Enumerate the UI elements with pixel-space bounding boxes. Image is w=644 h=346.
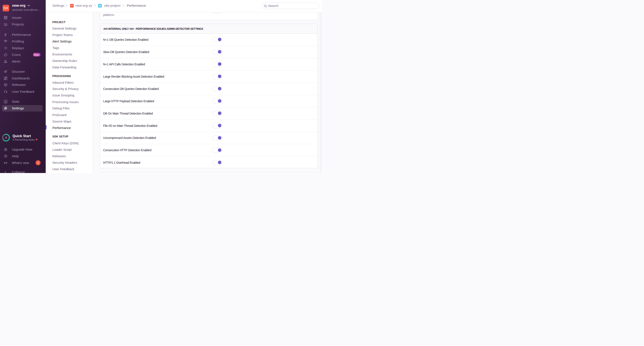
svg-text:4: 4 bbox=[5, 136, 7, 139]
